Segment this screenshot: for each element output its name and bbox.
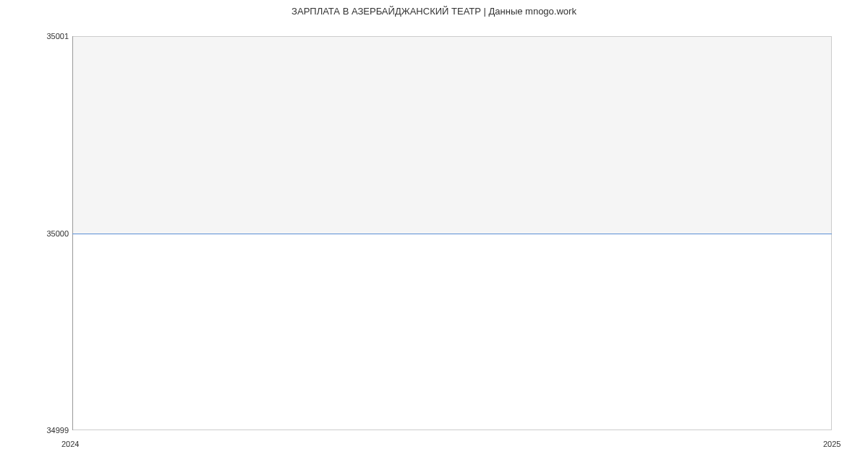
y-tick-label: 35001 [46, 32, 69, 40]
y-tick-label: 34999 [46, 426, 69, 435]
data-series-line [72, 234, 832, 235]
x-tick-label: 2025 [823, 440, 841, 448]
chart-title: ЗАРПЛАТА В АЗЕРБАЙДЖАНСКИЙ ТЕАТР | Данны… [0, 6, 868, 17]
plot-lower-background [72, 234, 832, 431]
y-tick-label: 35000 [46, 229, 69, 238]
plot-upper-background [72, 36, 832, 234]
x-tick-label: 2024 [61, 440, 79, 448]
